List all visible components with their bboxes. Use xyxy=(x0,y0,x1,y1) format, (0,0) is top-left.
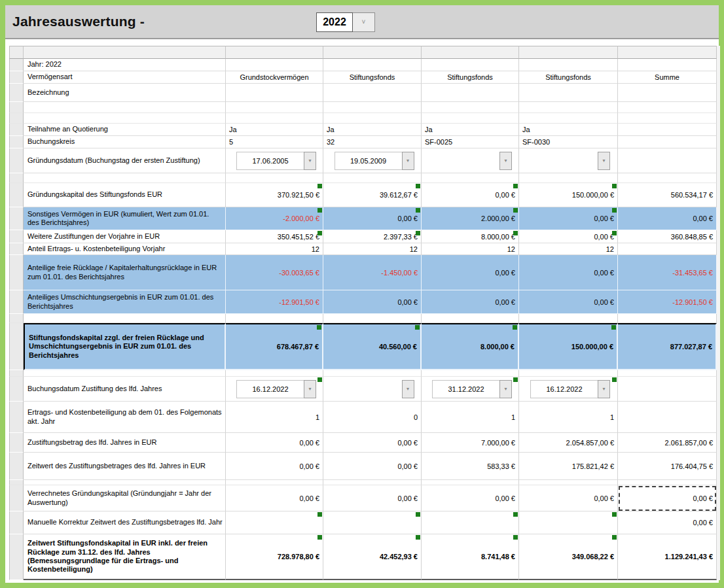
cell[interactable] xyxy=(618,402,717,433)
cell[interactable]: 1 xyxy=(422,402,519,433)
cell[interactable]: 39.612,67 € xyxy=(323,183,422,207)
cell[interactable]: 2.397,33 € xyxy=(323,230,422,243)
cell[interactable]: SF-0025 xyxy=(422,136,519,148)
date-cell[interactable]: 16.12.2022▾ xyxy=(226,377,323,402)
cell[interactable] xyxy=(323,84,422,102)
cell[interactable]: -12.901,50 € xyxy=(226,290,323,314)
cell[interactable] xyxy=(519,59,618,71)
cell[interactable]: 0,00 € xyxy=(323,290,422,314)
cell[interactable] xyxy=(226,511,323,534)
cell[interactable]: 350.451,52 € xyxy=(226,230,323,243)
cell[interactable]: Ja xyxy=(422,124,519,136)
date-cell[interactable]: 31.12.2022▾ xyxy=(422,377,519,402)
cell[interactable] xyxy=(618,136,717,148)
cell[interactable] xyxy=(618,148,717,173)
cell[interactable]: 176.404,75 € xyxy=(618,453,717,480)
date-combobox[interactable]: ▾ xyxy=(335,380,414,398)
cell[interactable]: 583,33 € xyxy=(422,453,519,480)
cell[interactable] xyxy=(618,377,717,402)
cell[interactable] xyxy=(519,511,618,534)
cell[interactable]: 360.848,85 € xyxy=(618,230,717,243)
date-dropdown-button[interactable]: ▾ xyxy=(499,152,512,170)
cell[interactable]: Grundstockvermögen xyxy=(226,71,323,84)
cell[interactable]: 0,00 € xyxy=(226,485,323,511)
cell[interactable]: Stiftungsfonds xyxy=(422,71,519,84)
cell[interactable]: 42.452,93 € xyxy=(323,534,422,580)
date-combobox[interactable]: 19.05.2009▾ xyxy=(335,152,414,170)
cell[interactable]: 0,00 € xyxy=(519,290,618,314)
cell[interactable]: 0,00 € xyxy=(519,485,618,511)
cell[interactable]: 12 xyxy=(226,243,323,255)
cell[interactable]: 0 xyxy=(323,402,422,433)
cell[interactable]: 2.054.857,00 € xyxy=(519,433,618,453)
cell[interactable]: 0,00 € xyxy=(422,485,519,511)
date-cell[interactable]: ▾ xyxy=(519,148,618,173)
cell[interactable]: 728.978,80 € xyxy=(226,534,323,580)
cell[interactable]: Summe xyxy=(618,71,717,84)
cell[interactable]: 0,00 € xyxy=(618,485,717,511)
cell[interactable]: Stiftungsfonds xyxy=(519,71,618,84)
cell[interactable]: 0,00 € xyxy=(422,255,519,290)
cell[interactable]: 150.000,00 € xyxy=(519,183,618,207)
cell[interactable]: 0,00 € xyxy=(226,453,323,480)
cell[interactable]: 2.000,00 € xyxy=(422,207,519,230)
cell[interactable]: 0,00 € xyxy=(422,183,519,207)
cell[interactable]: 0,00 € xyxy=(323,453,422,480)
cell[interactable]: 1.129.241,43 € xyxy=(618,534,717,580)
cell[interactable] xyxy=(618,243,717,255)
cell[interactable] xyxy=(422,84,519,102)
cell[interactable]: Ja xyxy=(519,124,618,136)
cell[interactable]: 0,00 € xyxy=(618,207,717,230)
cell[interactable]: Ja xyxy=(226,124,323,136)
year-dropdown-button[interactable]: ˅ xyxy=(353,12,375,32)
cell[interactable]: -1.450,00 € xyxy=(323,255,422,290)
cell[interactable]: 1 xyxy=(519,402,618,433)
cell[interactable]: 8.741,48 € xyxy=(422,534,519,580)
year-combobox[interactable]: 2022 ˅ xyxy=(316,12,375,32)
cell[interactable] xyxy=(618,124,717,136)
cell[interactable]: 175.821,42 € xyxy=(519,453,618,480)
date-combobox[interactable]: 16.12.2022▾ xyxy=(236,380,316,398)
cell[interactable]: 0,00 € xyxy=(519,255,618,290)
cell[interactable]: 7.000,00 € xyxy=(422,433,519,453)
cell[interactable]: 1 xyxy=(226,402,323,433)
date-dropdown-button[interactable]: ▾ xyxy=(598,380,610,398)
cell[interactable]: 0,00 € xyxy=(422,290,519,314)
cell[interactable] xyxy=(618,84,717,102)
date-combobox[interactable]: ▾ xyxy=(530,152,610,170)
cell[interactable] xyxy=(618,59,717,71)
cell[interactable]: 560.534,17 € xyxy=(618,183,717,207)
cell[interactable] xyxy=(323,59,422,71)
cell[interactable] xyxy=(226,59,323,71)
cell[interactable]: 370.921,50 € xyxy=(226,183,323,207)
cell[interactable]: Ja xyxy=(323,124,422,136)
date-cell[interactable]: 16.12.2022▾ xyxy=(519,377,618,402)
cell[interactable]: 0,00 € xyxy=(323,485,422,511)
cell[interactable]: 32 xyxy=(323,136,422,148)
date-cell[interactable]: ▾ xyxy=(422,148,519,173)
date-combobox[interactable]: 17.06.2005▾ xyxy=(236,152,316,170)
date-dropdown-button[interactable]: ▾ xyxy=(304,152,316,170)
cell[interactable]: 0,00 € xyxy=(519,207,618,230)
cell[interactable] xyxy=(422,59,519,71)
date-cell[interactable]: 17.06.2005▾ xyxy=(226,148,323,173)
cell[interactable]: -12.901,50 € xyxy=(618,290,717,314)
date-combobox[interactable]: 31.12.2022▾ xyxy=(432,380,512,398)
cell[interactable]: -2.000,00 € xyxy=(226,207,323,230)
cell[interactable]: -30.003,65 € xyxy=(226,255,323,290)
cell[interactable] xyxy=(323,511,422,534)
date-cell[interactable]: 19.05.2009▾ xyxy=(323,148,422,173)
cell[interactable]: 12 xyxy=(323,243,422,255)
date-dropdown-button[interactable]: ▾ xyxy=(402,152,414,170)
cell[interactable]: 0,00 € xyxy=(519,230,618,243)
cell[interactable]: 12 xyxy=(422,243,519,255)
cell[interactable]: 0,00 € xyxy=(618,511,717,534)
cell[interactable]: -31.453,65 € xyxy=(618,255,717,290)
cell[interactable]: 8.000,00 € xyxy=(422,230,519,243)
cell[interactable] xyxy=(226,84,323,102)
cell[interactable]: 12 xyxy=(519,243,618,255)
date-cell[interactable]: ▾ xyxy=(323,377,422,402)
cell[interactable]: 40.560,00 € xyxy=(323,323,422,370)
cell[interactable]: 0,00 € xyxy=(226,433,323,453)
date-dropdown-button[interactable]: ▾ xyxy=(499,380,512,398)
